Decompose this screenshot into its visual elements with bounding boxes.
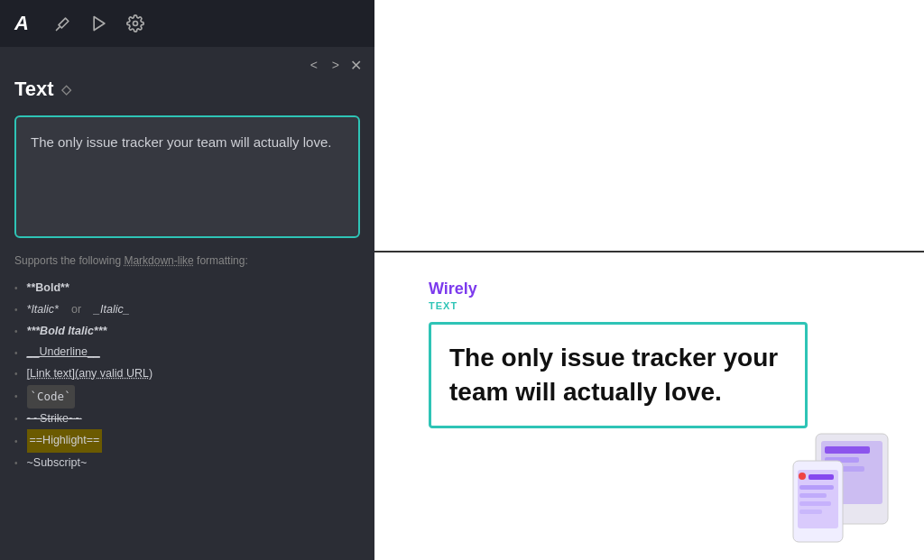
svg-rect-14 [799, 510, 822, 514]
format-highlight: ==Highlight== [27, 429, 103, 453]
preview-text: The only issue tracker your team will ac… [449, 341, 787, 409]
svg-point-1 [133, 22, 137, 26]
list-item: ~Subscript~ [14, 453, 360, 474]
list-item: ==Highlight== [14, 429, 360, 453]
svg-rect-13 [799, 501, 831, 506]
svg-marker-0 [94, 17, 105, 31]
svg-point-9 [799, 473, 806, 480]
section-title-text: Text [14, 78, 54, 101]
format-bold: **Bold** [27, 278, 69, 299]
svg-rect-10 [808, 474, 834, 480]
list-item: **Bold** [14, 278, 360, 299]
right-panel: Wirely TEXT The only issue tracker your … [374, 0, 924, 560]
preview-card: Wirely TEXT The only issue tracker your … [429, 280, 870, 428]
hammer-icon[interactable] [54, 14, 72, 32]
text-input[interactable]: The only issue tracker your team will ac… [31, 132, 344, 218]
format-code: `Code` [27, 385, 75, 409]
settings-icon[interactable] [126, 14, 144, 32]
play-icon[interactable] [90, 14, 108, 32]
format-strike: ~~Strike~~ [27, 409, 82, 430]
left-panel: A < > ✕ Text ◇ The only i [0, 0, 374, 560]
close-button[interactable]: ✕ [350, 57, 362, 74]
section-title-icon: ◇ [61, 82, 71, 96]
toolbar: A [0, 0, 374, 47]
svg-rect-4 [825, 446, 870, 454]
preview-type-label: TEXT [429, 300, 870, 311]
preview-bottom-area: Wirely TEXT The only issue tracker your … [374, 252, 924, 560]
format-link: [Link text](any valid URL) [27, 363, 153, 385]
list-item: ~~Strike~~ [14, 409, 360, 430]
prev-button[interactable]: < [307, 56, 321, 74]
svg-rect-12 [799, 493, 827, 498]
list-item: ***Bold Italic*** [14, 321, 360, 343]
text-editor-box[interactable]: The only issue tracker your team will ac… [14, 115, 360, 238]
svg-rect-11 [799, 485, 834, 490]
format-italic2: _Italic_ [94, 299, 130, 321]
list-item: `Code` [14, 385, 360, 409]
format-underline: __Underline__ [27, 342, 100, 363]
format-italic: *Italic* [27, 299, 59, 321]
preview-text-box: The only issue tracker your team will ac… [429, 322, 808, 428]
preview-top-area [374, 0, 924, 252]
panel-content: Text ◇ The only issue tracker your team … [0, 78, 374, 560]
format-subscript: ~Subscript~ [27, 453, 88, 474]
logo: A [14, 12, 29, 35]
preview-illustration [789, 425, 906, 551]
preview-brand: Wirely [429, 280, 870, 298]
list-item: *Italic* or _Italic_ [14, 299, 360, 321]
next-button[interactable]: > [328, 56, 343, 74]
list-item: [Link text](any valid URL) [14, 363, 360, 385]
markdown-link: Markdown-like [124, 254, 193, 267]
format-bold-italic: ***Bold Italic*** [27, 321, 107, 343]
panel-header: < > ✕ [0, 47, 374, 78]
list-item: __Underline__ [14, 342, 360, 363]
markdown-hint: Supports the following Markdown-like for… [14, 254, 360, 267]
section-title: Text ◇ [14, 78, 360, 101]
format-list: **Bold** *Italic* or _Italic_ ***Bold It… [14, 278, 360, 474]
